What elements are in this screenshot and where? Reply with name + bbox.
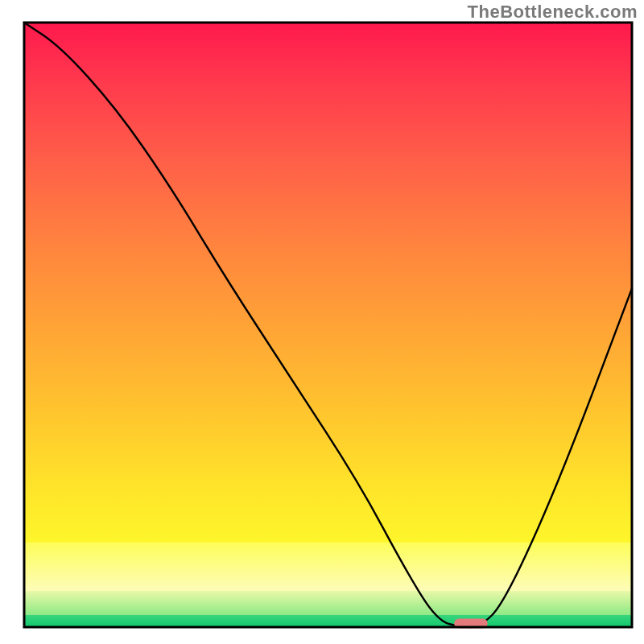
svg-rect-3 [24,240,632,325]
watermark-label: TheBottleneck.com [468,2,638,23]
svg-rect-7 [24,543,632,592]
bottleneck-chart [0,0,644,644]
svg-rect-0 [24,23,632,84]
svg-rect-1 [24,83,632,156]
svg-rect-2 [24,155,632,241]
svg-rect-4 [24,325,632,411]
svg-rect-5 [24,410,632,483]
svg-rect-9 [24,615,632,628]
svg-rect-6 [24,482,632,543]
chart-container: TheBottleneck.com [0,0,644,644]
svg-rect-8 [24,591,632,616]
background-gradient [24,23,632,628]
